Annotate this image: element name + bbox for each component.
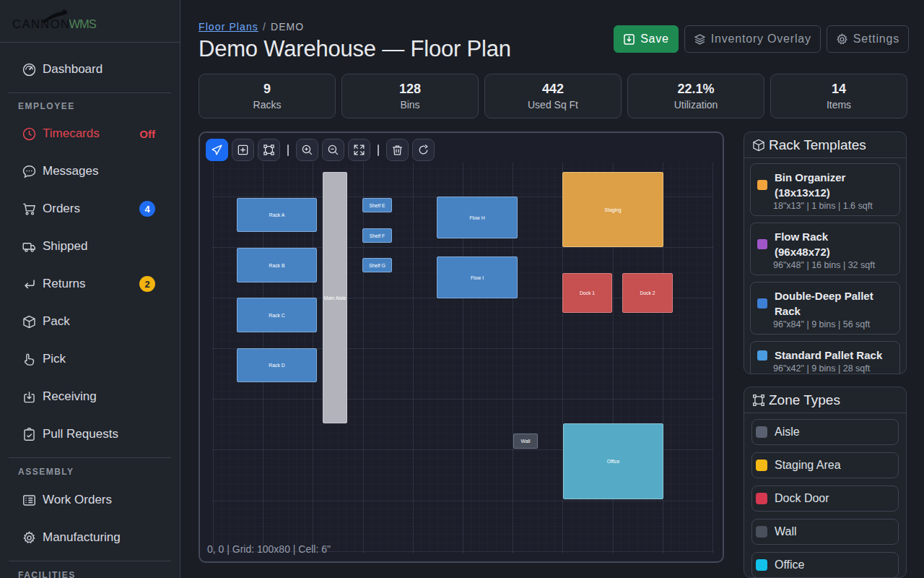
- svg-text:WMS: WMS: [69, 17, 97, 30]
- svg-text:CANNON: CANNON: [12, 17, 71, 30]
